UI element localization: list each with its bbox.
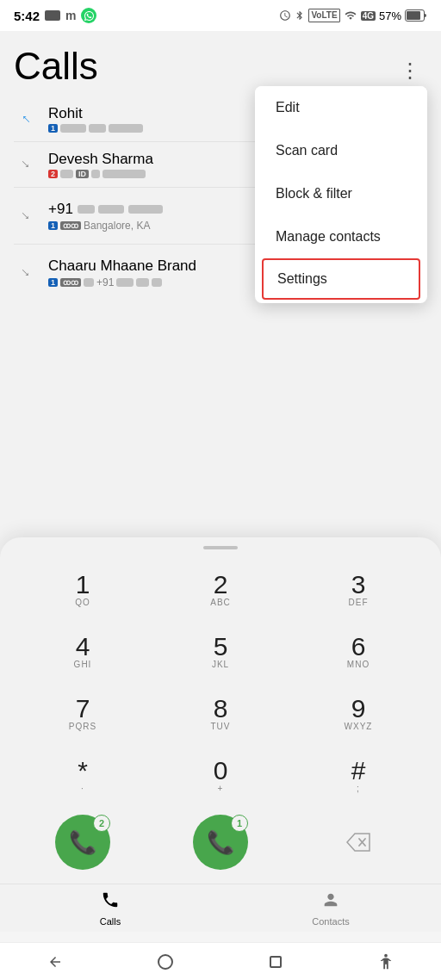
menu-item-edit[interactable]: Edit [255, 86, 427, 129]
svg-rect-1 [407, 11, 420, 20]
status-left: 5:42 m [14, 8, 96, 23]
status-right: VoLTE 4G 57% [279, 9, 427, 22]
menu-item-block-filter[interactable]: Block & filter [255, 172, 427, 215]
main-content: Calls ⋮ ↑ Rohit 1 ↑ [0, 31, 441, 932]
svg-point-2 [384, 953, 388, 957]
notification-icon [45, 10, 60, 21]
status-time: 5:42 [14, 9, 40, 23]
menu-item-manage-contacts[interactable]: Manage contacts [255, 215, 427, 258]
accessibility-button[interactable] [369, 945, 403, 979]
menu-item-settings[interactable]: Settings [262, 258, 420, 300]
system-nav [0, 942, 441, 980]
whatsapp-icon [81, 8, 96, 23]
recents-button[interactable] [258, 945, 293, 979]
home-button[interactable] [148, 945, 183, 979]
battery-percent: 57% [379, 9, 401, 22]
menu-item-scan-card[interactable]: Scan card [255, 129, 427, 172]
status-bar: 5:42 m VoLTE 4G 57% [0, 0, 441, 31]
m-icon: m [65, 9, 76, 22]
dropdown-menu: Edit Scan card Block & filter Manage con… [255, 86, 427, 303]
back-button[interactable] [38, 945, 72, 979]
